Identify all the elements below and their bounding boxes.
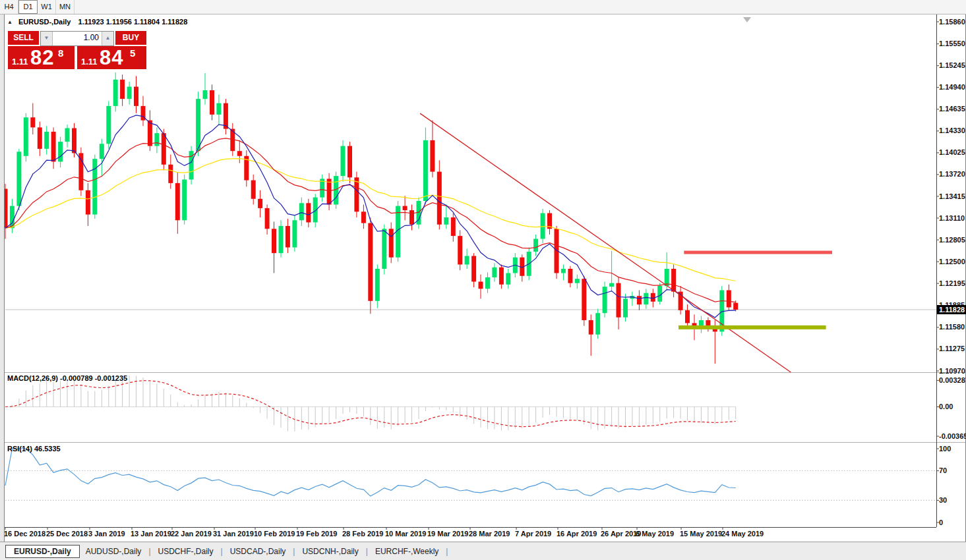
price-axis-label: 1.15860: [939, 18, 965, 26]
chart-plot[interactable]: [0, 0, 966, 560]
sell-button[interactable]: SELL: [8, 31, 39, 45]
price-axis-label: 1.11275: [939, 345, 965, 352]
chart-tab-bar: EURUSD-,Daily AUDUSD-,Daily | USDCHF-,Da…: [0, 542, 966, 560]
date-axis[interactable]: 16 Dec 201825 Dec 20183 Jan 201913 Jan 2…: [0, 528, 936, 542]
window-left-border: [4, 14, 5, 542]
tab-usdcad-daily[interactable]: USDCAD-,Daily: [224, 545, 292, 558]
tab-audusd-daily[interactable]: AUDUSD-,Daily: [80, 545, 148, 558]
tab-usdchf-daily[interactable]: USDCHF-,Daily: [152, 545, 220, 558]
sell-price-big: 82: [30, 46, 54, 70]
one-click-trading-panel: SELL ▼ 1.00 ▲ BUY 1.11 82 8 1.11 84 5: [8, 31, 146, 69]
price-axis-label: 1.10970: [939, 367, 965, 375]
volume-input[interactable]: 1.00: [53, 32, 102, 45]
buy-price-display[interactable]: 1.11 84 5: [77, 46, 146, 69]
buy-price-sup: 5: [130, 47, 135, 59]
macd-axis-label: 0.003287: [939, 376, 966, 384]
price-axis-label: 1.14025: [939, 148, 965, 156]
date-axis-label: 19 Feb 2019: [296, 530, 337, 538]
rsi-label: RSI(14) 46.5335: [7, 445, 61, 453]
volume-increase-button[interactable]: ▲: [102, 32, 113, 45]
rsi-axis-label: 70: [939, 466, 947, 474]
date-axis-label: 25 Dec 2018: [46, 530, 88, 538]
tab-usdcnh-daily[interactable]: USDCNH-,Daily: [296, 545, 364, 558]
date-axis-label: 31 Jan 2019: [213, 530, 254, 538]
date-axis-label: 10 Mar 2019: [385, 530, 426, 538]
timeframe-button-mn[interactable]: MN: [56, 0, 75, 14]
rsi-axis-label: 30: [939, 496, 947, 504]
current-price-badge: 1.11828: [937, 305, 966, 314]
date-axis-label: 22 Jan 2019: [171, 530, 212, 538]
price-axis-label: 1.12805: [939, 236, 965, 244]
date-axis-label: 16 Apr 2019: [557, 530, 597, 538]
price-axis-label: 1.15550: [939, 40, 965, 47]
timeframe-toolbar: H4 D1 W1 MN: [0, 0, 966, 14]
volume-stepper: ▼ 1.00 ▲: [40, 31, 114, 46]
price-axis-label: 1.15245: [939, 61, 965, 69]
date-axis-label: 15 May 2019: [680, 530, 722, 538]
timeframe-button-d1[interactable]: D1: [18, 0, 38, 14]
application-window: H4 D1 W1 MN ▲ EURUSD-,Daily 1.11923 1.11…: [0, 0, 966, 560]
date-axis-label: 24 May 2019: [721, 530, 764, 538]
buy-button[interactable]: BUY: [115, 31, 146, 45]
date-axis-label: 6 May 2019: [636, 530, 674, 538]
date-axis-label: 10 Feb 2019: [254, 530, 295, 538]
price-axis-label: 1.11580: [939, 323, 965, 331]
macd-label: MACD(12,26,9) -0.000789 -0.001235: [7, 374, 127, 382]
chart-title: ▲ EURUSD-,Daily 1.11923 1.11956 1.11804 …: [7, 18, 187, 26]
macd-axis-label: 0.00: [939, 403, 953, 410]
date-axis-label: 7 Apr 2019: [515, 530, 551, 538]
date-axis-label: 3 Jan 2019: [88, 530, 125, 538]
sell-price-prefix: 1.11: [12, 57, 28, 67]
rsi-axis-label: 100: [939, 445, 951, 453]
price-axis-label: 1.14330: [939, 126, 965, 134]
price-axis-label: 1.14635: [939, 105, 965, 113]
tab-separator: |: [220, 547, 224, 556]
macd-axis-label: -0.003659: [939, 432, 966, 440]
chart-symbol-label: EURUSD-,Daily: [18, 18, 71, 26]
date-axis-label: 28 Mar 2019: [469, 530, 510, 538]
price-axis-label: 1.12195: [939, 279, 965, 287]
date-axis-label: 28 Feb 2019: [342, 530, 383, 538]
timeframe-button-w1[interactable]: W1: [38, 0, 56, 14]
tab-separator: |: [291, 547, 296, 556]
buy-price-prefix: 1.11: [81, 57, 98, 67]
date-axis-label: 19 Mar 2019: [427, 530, 468, 538]
tab-separator: |: [444, 547, 449, 556]
collapse-icon[interactable]: ▲: [7, 19, 13, 25]
tab-separator: |: [365, 547, 369, 556]
chart-ohlc-values: 1.11923 1.11956 1.11804 1.11828: [78, 18, 188, 26]
date-axis-label: 13 Jan 2019: [131, 530, 171, 538]
sell-price-sup: 8: [58, 47, 63, 59]
price-axis[interactable]: 1.158601.155501.152451.149401.146351.143…: [936, 0, 966, 542]
buy-price-big: 84: [100, 46, 123, 70]
timeframe-button-h4[interactable]: H4: [0, 0, 18, 14]
price-axis-label: 1.13415: [939, 192, 965, 200]
sell-price-display[interactable]: 1.11 82 8: [8, 46, 75, 69]
tab-eurusd-daily[interactable]: EURUSD-,Daily: [5, 545, 80, 558]
price-axis-label: 1.14940: [939, 83, 965, 91]
tab-separator: |: [147, 547, 152, 556]
date-axis-label: 16 Dec 2018: [4, 530, 45, 538]
volume-decrease-button[interactable]: ▼: [41, 32, 53, 45]
price-axis-label: 1.13110: [939, 214, 965, 222]
price-axis-label: 1.12500: [939, 258, 965, 266]
price-axis-label: 1.13720: [939, 170, 965, 178]
chart-shift-icon[interactable]: [743, 17, 751, 22]
rsi-axis-label: 0: [939, 518, 943, 526]
tab-eurchf-weekly[interactable]: EURCHF-,Weekly: [369, 545, 444, 558]
